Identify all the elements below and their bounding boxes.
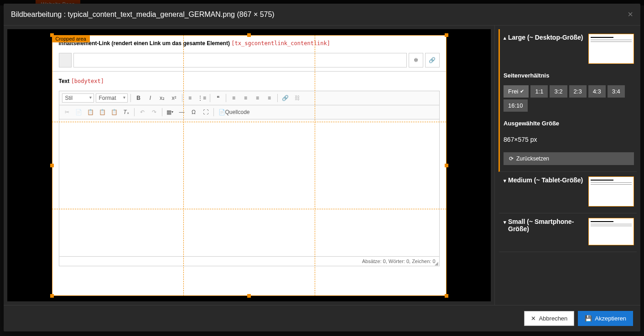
image-preview: Inhaltselement-Link (rendert einen Link … — [52, 35, 447, 296]
crop-handle-nw[interactable] — [50, 33, 54, 37]
copy-icon[interactable]: 📄 — [74, 107, 84, 117]
ratio-3-2[interactable]: 3:2 — [550, 85, 567, 98]
aspect-ratio-label: Seitenverhältnis — [504, 72, 634, 79]
crop-canvas[interactable]: Cropped area Inhaltselement-Lin — [7, 29, 491, 301]
link-field-extra: [tx_sgcontentlink_contentlink] — [231, 40, 330, 47]
undo-icon[interactable]: ↶ — [137, 107, 147, 117]
rte-status: Absätze: 0, Wörter: 0, Zeichen: 0 — [59, 256, 439, 266]
text-field-extra: [bodytext] — [71, 78, 104, 84]
ratio-16-10[interactable]: 16:10 — [504, 99, 528, 112]
redo-icon[interactable]: ↷ — [149, 107, 159, 117]
modal-header: Bildbearbeitung : typical_content_text_m… — [4, 4, 640, 26]
cancel-button[interactable]: ✕Abbrechen — [524, 311, 574, 326]
ratio-1-1[interactable]: 1:1 — [530, 85, 548, 98]
rte-textarea[interactable] — [59, 119, 439, 256]
crop-handle-s[interactable] — [247, 294, 251, 298]
bold-icon[interactable]: B — [134, 93, 144, 103]
link-input[interactable] — [73, 53, 407, 67]
unordered-list-icon[interactable]: ⋮≡ — [197, 93, 207, 103]
paste-icon[interactable]: 📋 — [86, 107, 96, 117]
ordered-list-icon[interactable]: ≡ — [185, 93, 195, 103]
align-right-icon[interactable]: ≡ — [253, 93, 263, 103]
variant-medium-thumb[interactable] — [588, 176, 634, 207]
source-label: Quellcode — [225, 109, 250, 115]
align-left-icon[interactable]: ≡ — [229, 93, 239, 103]
selected-size-label: Ausgewählte Größe — [504, 120, 634, 127]
crop-handle-ne[interactable] — [445, 33, 448, 37]
crop-handle-n[interactable] — [247, 33, 251, 37]
crop-sidebar: ▴ Large (~ Desktop-Größe) Seitenverhältn… — [494, 26, 640, 305]
variant-small-thumb[interactable] — [588, 218, 634, 245]
check-icon: ✔ — [520, 88, 524, 94]
special-char-icon[interactable]: Ω — [189, 107, 199, 117]
cut-icon[interactable]: ✂ — [62, 107, 72, 117]
crop-badge: Cropped area — [52, 35, 90, 42]
close-icon[interactable]: × — [628, 9, 633, 20]
chevron-down-icon: ▾ — [504, 178, 506, 184]
italic-icon[interactable]: I — [145, 93, 156, 103]
accept-button[interactable]: 💾Akzeptieren — [578, 311, 633, 326]
selected-size-value: 867×575 px — [504, 136, 634, 143]
variant-small-label: Small (~ Smartphone-Größe) — [508, 218, 585, 233]
link-icon[interactable]: 🔗 — [425, 53, 440, 67]
source-button[interactable]: 📄 Quellcode — [217, 107, 252, 117]
close-icon: ✕ — [531, 315, 536, 322]
quote-icon[interactable]: ❝ — [213, 93, 223, 103]
align-justify-icon[interactable]: ≡ — [265, 93, 275, 103]
text-field-label: Text — [59, 78, 70, 84]
ratio-3-4[interactable]: 3:4 — [608, 85, 625, 98]
superscript-icon[interactable]: x² — [169, 93, 179, 103]
variant-large-thumb[interactable] — [588, 34, 634, 64]
paste-word-icon[interactable]: 📋 — [109, 107, 119, 117]
maximize-icon[interactable]: ⛶ — [201, 107, 211, 117]
link-prefix — [59, 53, 72, 67]
ratio-free[interactable]: Frei✔ — [504, 85, 529, 98]
ratio-2-3[interactable]: 2:3 — [569, 85, 587, 98]
style-select[interactable]: Stil — [62, 93, 94, 103]
variant-medium-label: Medium (~ Tablet-Größe) — [508, 176, 583, 184]
save-icon: 💾 — [585, 315, 592, 322]
variant-small[interactable]: ▾ Small (~ Smartphone-Größe) — [499, 213, 637, 252]
unlink-icon[interactable]: ⛓ — [292, 93, 302, 103]
crop-handle-sw[interactable] — [50, 294, 54, 298]
variant-large-label: Large (~ Desktop-Größe) — [508, 34, 583, 41]
hr-icon[interactable]: — — [177, 107, 187, 117]
table-icon[interactable]: ▦▾ — [165, 107, 175, 117]
paste-text-icon[interactable]: 📋 — [98, 107, 108, 117]
crop-handle-e[interactable] — [445, 164, 448, 167]
modal-title: Bildbearbeitung : typical_content_text_m… — [11, 10, 275, 19]
chevron-up-icon: ▴ — [504, 35, 506, 41]
align-center-icon[interactable]: ≡ — [241, 93, 251, 103]
link-tool-icon[interactable]: 🔗 — [280, 93, 291, 103]
refresh-icon: ⟳ — [509, 155, 514, 162]
crop-handle-w[interactable] — [50, 164, 54, 167]
clear-format-icon[interactable]: Tₓ — [121, 107, 131, 117]
crop-handle-se[interactable] — [445, 294, 448, 298]
chevron-down-icon: ▾ — [504, 219, 506, 225]
subscript-icon[interactable]: x₂ — [157, 93, 167, 103]
translate-icon[interactable]: ✲ — [409, 53, 423, 67]
variant-medium[interactable]: ▾ Medium (~ Tablet-Größe) — [499, 172, 637, 213]
image-editor-modal: Bildbearbeitung : typical_content_text_m… — [4, 4, 640, 331]
format-select[interactable]: Format — [96, 93, 128, 103]
ratio-4-3[interactable]: 4:3 — [588, 85, 606, 98]
variant-large[interactable]: ▴ Large (~ Desktop-Größe) Seitenverhältn… — [499, 29, 637, 172]
reset-button[interactable]: ⟳Zurücksetzen — [504, 152, 634, 165]
